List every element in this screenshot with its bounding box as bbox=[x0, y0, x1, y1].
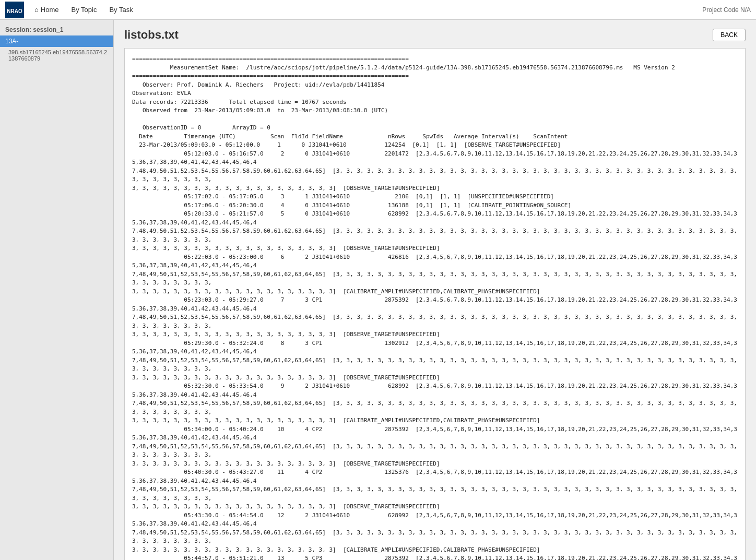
content-area: listobs.txt BACK =======================… bbox=[114, 20, 756, 560]
svg-text:NRAO: NRAO bbox=[7, 8, 22, 14]
by-task-label: By Task bbox=[109, 6, 133, 14]
file-content-box: ========================================… bbox=[124, 48, 746, 560]
sidebar-item-active[interactable]: 13A- bbox=[0, 35, 113, 47]
home-icon: ⌂ bbox=[34, 6, 39, 14]
sidebar-item-sub[interactable]: 398.sb17165245.eb19476558.56374.21387660… bbox=[0, 47, 113, 64]
sidebar: Session: session_1 13A- 398.sb17165245.e… bbox=[0, 20, 114, 560]
topbar: NRAO ⌂ Home By Topic By Task Project Cod… bbox=[0, 0, 756, 20]
session-label: Session: session_1 bbox=[0, 24, 113, 35]
back-button[interactable]: BACK bbox=[713, 29, 746, 41]
by-topic-nav-link[interactable]: By Topic bbox=[66, 4, 102, 16]
main-layout: Session: session_1 13A- 398.sb17165245.e… bbox=[0, 20, 756, 560]
home-label: Home bbox=[41, 6, 59, 14]
page-title: listobs.txt bbox=[124, 28, 179, 42]
by-task-nav-link[interactable]: By Task bbox=[104, 4, 138, 16]
by-topic-label: By Topic bbox=[72, 6, 97, 14]
home-nav-link[interactable]: ⌂ Home bbox=[29, 4, 64, 16]
nrao-logo: NRAO bbox=[5, 2, 24, 18]
nav-links: ⌂ Home By Topic By Task bbox=[29, 4, 702, 16]
page-header: listobs.txt BACK bbox=[124, 28, 746, 42]
project-code: Project Code N/A bbox=[702, 6, 751, 14]
